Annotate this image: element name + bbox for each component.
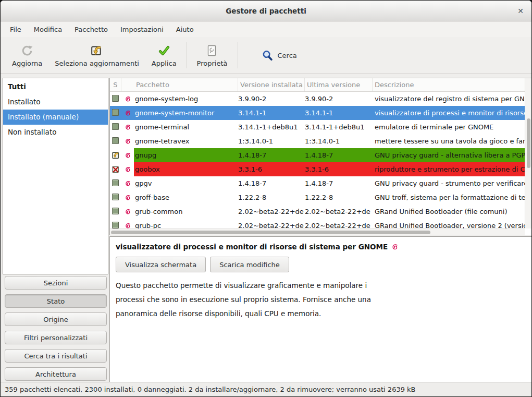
package-row[interactable]: gpgv 1.4.18-7 1.4.18-7 GNU privacy guard…	[110, 176, 525, 190]
package-row[interactable]: goobox 3.3.1-6 3.3.1-6 riproduttore e st…	[110, 162, 525, 176]
installed-version: 3.14.1-1	[238, 106, 305, 120]
package-row[interactable]: gnome-tetravex 1:3.14.0-1 1:3.14.0-1 met…	[110, 134, 525, 148]
filter-item[interactable]: Installato (manuale)	[3, 110, 108, 125]
debian-swirl-icon	[121, 92, 134, 106]
debian-swirl-icon	[121, 134, 134, 148]
window-title: Gestore di pacchetti	[1, 1, 531, 21]
view-screenshot-button[interactable]: Visualizza schermata	[116, 257, 206, 272]
debian-swirl-icon	[121, 162, 134, 176]
package-row[interactable]: grub-common 2.02~beta2-22+de 2.02~beta2-…	[110, 204, 525, 219]
package-row[interactable]: grub-pc 2.02~beta2-22+de 2.02~beta2-22+d…	[110, 219, 525, 229]
status-cell	[110, 148, 121, 162]
details-description: Questo pacchetto permette di visualizzar…	[116, 279, 531, 321]
menu-aiuto[interactable]: Aiuto	[170, 22, 200, 37]
menu-modifica[interactable]: Modifica	[28, 22, 68, 37]
package-row[interactable]: gnome-system-log 3.9.90-2 3.9.90-2 visua…	[110, 92, 525, 106]
filter-item[interactable]: Tutti	[3, 79, 108, 94]
installed-version: 3.9.90-2	[238, 92, 305, 106]
column-header-installed-version[interactable]: Versione installata	[238, 78, 305, 91]
sidebar-category-button[interactable]: Origine	[5, 312, 107, 326]
package-details-panel: visualizzatore di processi e monitor di …	[109, 236, 531, 382]
close-icon[interactable]: ✕	[515, 5, 526, 17]
titlebar[interactable]: Gestore di pacchetti ✕	[1, 1, 531, 21]
installed-version: 1:3.14.0-1	[238, 134, 305, 148]
package-description: GNU privacy guard - strumento per verifi…	[373, 176, 525, 190]
package-row[interactable]: groff-base 1.22.2-8 1.22.2-8 GNU troff, …	[110, 190, 525, 204]
status-installed-icon	[112, 194, 120, 201]
properties-button[interactable]: Proprietà	[191, 40, 234, 71]
status-installed-icon	[112, 123, 120, 131]
properties-label: Proprietà	[197, 59, 228, 67]
debian-swirl-icon	[121, 190, 134, 204]
mark-upgrades-icon	[91, 43, 103, 58]
package-description: GRand Unified Bootloader, versione 2 (ve…	[373, 219, 525, 229]
package-row[interactable]: gnome-terminal 3.14.1-1+deb8u1 3.14.1-1+…	[110, 120, 525, 134]
status-cell	[110, 134, 121, 148]
filter-item[interactable]: Non installato	[3, 125, 108, 140]
category-buttons: SezioniStatoOrigineFiltri personalizzati…	[3, 274, 108, 384]
column-header-description[interactable]: Descrizione	[373, 78, 525, 91]
vertical-scrollbar[interactable]	[525, 78, 531, 228]
package-name: grub-common	[134, 204, 238, 219]
package-row[interactable]: gnome-system-monitor 3.14.1-1 3.14.1-1 v…	[110, 106, 525, 120]
latest-version: 1.4.18-7	[305, 176, 373, 190]
installed-version: 1.22.2-8	[238, 190, 305, 204]
details-title: visualizzatore di processi e monitor di …	[116, 243, 388, 251]
package-name: gnome-terminal	[134, 120, 238, 134]
package-description: GRand Unified Bootloader (file comuni)	[373, 204, 525, 219]
package-description: visualizzatore di processi e monitor di …	[373, 106, 525, 120]
debian-swirl-icon	[121, 106, 134, 120]
latest-version: 1:3.14.0-1	[305, 134, 373, 148]
vertical-scrollbar-thumb[interactable]	[527, 118, 530, 168]
status-cell	[110, 92, 121, 106]
column-header-origin[interactable]	[121, 78, 134, 91]
description-line: panoramica delle risorse disponibili, qu…	[116, 307, 531, 321]
package-row[interactable]: gnupg 1.4.18-7 1.4.18-7 GNU privacy guar…	[110, 148, 525, 162]
filter-item[interactable]: Installato	[3, 94, 108, 110]
toolbar-separator	[238, 42, 238, 68]
status-cell	[110, 219, 121, 229]
search-button[interactable]: Cerca	[255, 40, 303, 71]
package-manager-window: Gestore di pacchetti ✕ FileModificaPacch…	[0, 0, 532, 397]
package-name: gnome-tetravex	[134, 134, 238, 148]
sidebar-category-button[interactable]: Sezioni	[5, 276, 107, 290]
package-description: visualizzatore del registro di sistema p…	[373, 92, 525, 106]
status-installed-icon	[112, 95, 120, 103]
horizontal-scrollbar-thumb[interactable]	[111, 231, 430, 234]
menu-pacchetto[interactable]: Pacchetto	[68, 22, 114, 37]
mark-upgrades-button[interactable]: Seleziona aggiornamenti	[48, 40, 145, 71]
sidebar-category-button[interactable]: Architettura	[5, 367, 107, 381]
filter-list: TuttiInstallatoInstallato (manuale)Non i…	[3, 78, 108, 274]
package-name: gnupg	[134, 148, 238, 162]
refresh-icon	[21, 43, 33, 58]
sidebar-category-button[interactable]: Stato	[5, 294, 107, 308]
column-header-package[interactable]: Pacchetto	[134, 78, 238, 91]
status-cell	[110, 106, 121, 120]
horizontal-scrollbar[interactable]	[110, 228, 525, 235]
refresh-button[interactable]: Aggiorna	[6, 40, 48, 71]
menu-file[interactable]: File	[4, 22, 28, 37]
sidebar-category-button[interactable]: Cerca tra i risultati	[5, 349, 107, 363]
search-icon	[262, 48, 274, 63]
installed-version: 1.4.18-7	[238, 176, 305, 190]
debian-swirl-icon	[121, 176, 134, 190]
package-name: goobox	[134, 162, 238, 176]
debian-swirl-icon	[391, 243, 399, 251]
package-table: S Pacchetto Versione installata Ultima v…	[109, 78, 531, 235]
menu-impostazioni[interactable]: Impostazioni	[114, 22, 170, 37]
apply-button[interactable]: Applica	[145, 40, 183, 71]
properties-icon	[206, 43, 218, 58]
column-header-status[interactable]: S	[110, 78, 121, 91]
latest-version: 3.9.90-2	[305, 92, 373, 106]
column-header-latest-version[interactable]: Ultima versione	[305, 78, 373, 91]
latest-version: 1.4.18-7	[305, 148, 373, 162]
status-cell	[110, 120, 121, 134]
installed-version: 2.02~beta2-22+de	[238, 219, 305, 229]
latest-version: 1.22.2-8	[305, 190, 373, 204]
package-name: gpgv	[134, 176, 238, 190]
package-description: GNU troff, sistema per la formattazione …	[373, 190, 525, 204]
download-changelog-button[interactable]: Scarica modifiche	[210, 257, 289, 272]
description-line: processi che sono in esecuzione sul prop…	[116, 293, 531, 307]
sidebar-category-button[interactable]: Filtri personalizzati	[5, 331, 107, 344]
package-description: riproduttore e strumento per estrazione …	[373, 162, 525, 176]
